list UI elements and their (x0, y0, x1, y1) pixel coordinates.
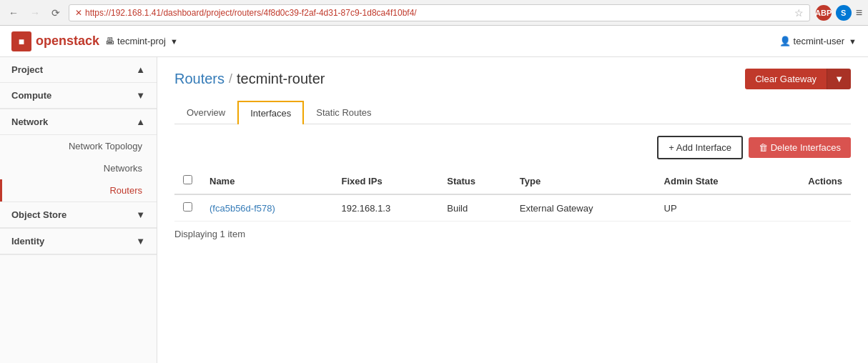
col-fixed-ips-header: Fixed IPs (333, 168, 439, 194)
row-checkbox[interactable] (183, 202, 192, 212)
breadcrumb-current: tecmint-router (237, 71, 325, 87)
user-name: tecmint-user (794, 36, 845, 46)
logo-area: ■ openstack (11, 31, 99, 51)
menu-icon[interactable]: ≡ (856, 6, 862, 19)
app-body: Project ▲ Compute ▼ Network ▲ Network To… (0, 57, 868, 363)
row-fixed-ips-cell: 192.168.1.3 (333, 194, 439, 222)
clear-gateway-btn-group: Clear Gateway ▼ (745, 69, 851, 89)
row-type-cell: External Gateway (511, 194, 656, 222)
trash-icon: 🗑 (759, 142, 771, 153)
tab-overview[interactable]: Overview (174, 101, 237, 124)
displaying-info: Displaying 1 item (174, 229, 851, 239)
sidebar-item-network-topology[interactable]: Network Topology (0, 135, 157, 157)
row-actions-cell (769, 194, 851, 222)
main-content: Routers / tecmint-router Clear Gateway ▼… (157, 57, 868, 363)
sidebar-section-project-label: Project (11, 64, 43, 75)
select-all-checkbox[interactable] (183, 175, 192, 184)
row-admin-state-cell: UP (656, 194, 769, 222)
col-name-header: Name (201, 168, 333, 194)
breadcrumb: Routers / tecmint-router (174, 71, 325, 87)
col-status-header: Status (438, 168, 511, 194)
clear-gateway-dropdown-button[interactable]: ▼ (827, 69, 851, 89)
logo-text: openstack (36, 34, 99, 49)
tabs: Overview Interfaces Static Routes (174, 101, 851, 124)
sidebar-section-compute[interactable]: Compute ▼ (0, 83, 157, 109)
sidebar: Project ▲ Compute ▼ Network ▲ Network To… (0, 57, 157, 363)
browser-chrome: ← → ⟳ ✕ https://192.168.1.41/dashboard/p… (0, 0, 868, 26)
project-selector[interactable]: 🖶 tecmint-proj ▼ (99, 33, 184, 49)
tab-interfaces[interactable]: Interfaces (237, 101, 304, 124)
sidebar-item-networks[interactable]: Networks (0, 157, 157, 179)
table-row: (fca5b56d-f578) 192.168.1.3 Build Extern… (174, 194, 851, 222)
delete-interfaces-button[interactable]: 🗑 Delete Interfaces (749, 137, 851, 158)
browser-toolbar-icons: ABP S ≡ (816, 5, 862, 21)
col-type-header: Type (511, 168, 656, 194)
interface-name-link[interactable]: (fca5b56d-f578) (209, 203, 275, 214)
sidebar-section-objectstore-label: Object Store (11, 209, 66, 220)
row-status-cell: Build (438, 194, 511, 222)
sidebar-section-project-chevron: ▲ (136, 64, 145, 75)
sidebar-section-objectstore-chevron: ▼ (136, 209, 145, 220)
user-icon: 👤 (779, 36, 791, 46)
address-bar[interactable]: ✕ https://192.168.1.41/dashboard/project… (69, 4, 810, 21)
chevron-down-icon: ▼ (170, 37, 178, 46)
monitor-icon: 🖶 (105, 36, 114, 46)
top-nav: ■ openstack 🖶 tecmint-proj ▼ 👤 tecmint-u… (0, 26, 868, 57)
table-header-row: Name Fixed IPs Status Type Admin State A… (174, 168, 851, 194)
back-button[interactable]: ← (6, 6, 21, 20)
sidebar-section-project[interactable]: Project ▲ (0, 57, 157, 83)
reload-button[interactable]: ⟳ (49, 6, 63, 20)
sidebar-section-network-label: Network (11, 116, 48, 127)
breadcrumb-routers-link[interactable]: Routers (174, 71, 225, 87)
sidebar-section-objectstore[interactable]: Object Store ▼ (0, 202, 157, 228)
user-menu[interactable]: 👤 tecmint-user ▼ (779, 36, 857, 46)
page-header: Routers / tecmint-router Clear Gateway ▼ (174, 69, 851, 89)
col-checkbox (174, 168, 201, 194)
user-menu-chevron: ▼ (849, 37, 857, 46)
col-admin-state-header: Admin State (656, 168, 769, 194)
clear-gateway-button[interactable]: Clear Gateway (745, 69, 827, 89)
sidebar-item-routers[interactable]: Routers (0, 179, 157, 202)
tab-static-routes[interactable]: Static Routes (304, 101, 383, 124)
breadcrumb-separator: / (229, 71, 232, 86)
bookmark-icon: ☆ (794, 7, 804, 19)
divider-identity (0, 254, 157, 255)
sidebar-section-network-chevron: ▲ (136, 116, 145, 127)
project-name: tecmint-proj (117, 36, 166, 46)
abp-icon: ABP (816, 5, 832, 21)
sidebar-section-identity[interactable]: Identity ▼ (0, 229, 157, 254)
sidebar-section-identity-chevron: ▼ (136, 236, 145, 247)
security-icon: ✕ (75, 8, 82, 18)
row-checkbox-cell (174, 194, 201, 222)
sidebar-section-identity-label: Identity (11, 236, 44, 247)
skype-icon: S (836, 5, 852, 21)
sidebar-section-compute-chevron: ▼ (136, 90, 145, 101)
col-actions-header: Actions (769, 168, 851, 194)
interfaces-table: Name Fixed IPs Status Type Admin State A… (174, 168, 851, 222)
forward-button[interactable]: → (27, 6, 43, 20)
logo-icon: ■ (11, 31, 31, 51)
sidebar-section-network[interactable]: Network ▲ (0, 109, 157, 135)
toolbar-row: + Add Interface 🗑 Delete Interfaces (174, 136, 851, 159)
add-interface-button[interactable]: + Add Interface (657, 136, 743, 159)
url-text: https://192.168.1.41/dashboard/project/r… (85, 8, 417, 18)
row-name-cell: (fca5b56d-f578) (201, 194, 333, 222)
sidebar-section-compute-label: Compute (11, 90, 51, 101)
